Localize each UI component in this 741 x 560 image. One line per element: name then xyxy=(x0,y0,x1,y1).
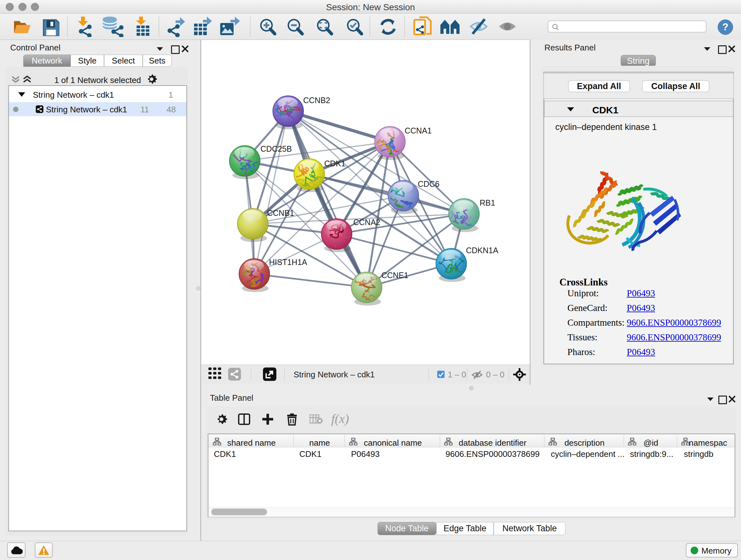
svg-text:CDC6: CDC6 xyxy=(418,179,440,188)
svg-text:CCNA1: CCNA1 xyxy=(405,126,432,135)
svg-text:CCNB1: CCNB1 xyxy=(267,208,294,217)
svg-text:RB1: RB1 xyxy=(480,198,495,207)
svg-text:CDC25B: CDC25B xyxy=(260,144,292,153)
svg-text:CDK1: CDK1 xyxy=(324,159,346,168)
svg-text:CCNE1: CCNE1 xyxy=(381,271,408,280)
svg-text:CCNA2: CCNA2 xyxy=(353,218,381,227)
svg-text:CCNB2: CCNB2 xyxy=(303,96,330,105)
svg-text:HIST1H1A: HIST1H1A xyxy=(269,258,307,266)
svg-text:CDKN1A: CDKN1A xyxy=(466,246,498,255)
